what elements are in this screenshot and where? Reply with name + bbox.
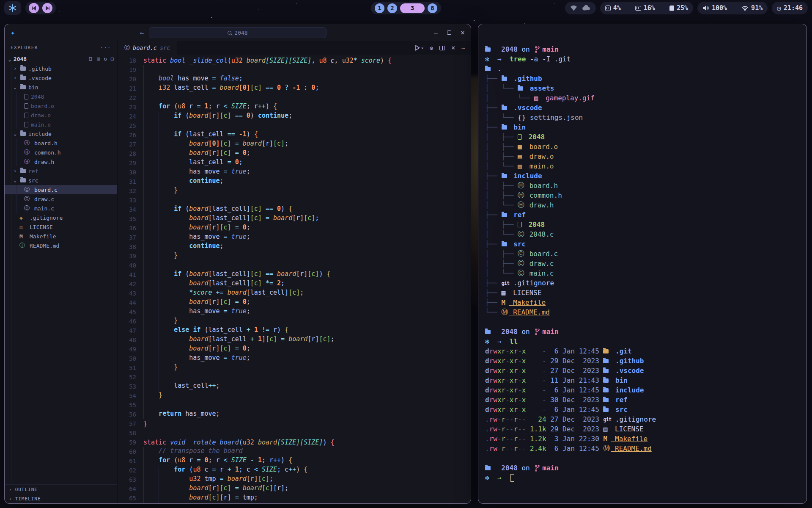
explorer-item-ref[interactable]: ›ref: [5, 166, 117, 176]
entry-name: draw.o: [525, 152, 554, 160]
tree-entry-drawh: │ └── Ⓗ draw.h: [485, 200, 801, 210]
code-line-31: 31continue;: [118, 177, 471, 186]
tree-entry-mainc: │ └── Ⓒ main.c: [485, 268, 801, 278]
explorer-item-drawc[interactable]: Ⓒdraw.c: [5, 194, 117, 204]
split-editor-icon[interactable]: [439, 46, 445, 50]
code-text: u32 tmp = board[r][c];: [143, 475, 273, 484]
code-text: static void _rotate_board(u32 board[SIZE…: [143, 439, 335, 446]
explorer-item-label: README.md: [30, 243, 59, 249]
code-line-61: 61for (u8 r = 0; r < SIZE - 1; r++) {: [118, 456, 471, 466]
code-text: }: [143, 251, 178, 261]
nav-back-icon[interactable]: ←: [140, 29, 144, 37]
line-number: 65: [118, 495, 136, 502]
workspace-2[interactable]: 2: [387, 3, 397, 13]
h-file-icon: Ⓗ: [518, 191, 525, 200]
run-button[interactable]: ∨: [414, 45, 423, 51]
workspace-3-active[interactable]: 3: [400, 3, 425, 13]
outline-section[interactable]: ›OUTLINE: [5, 485, 117, 494]
maximize-icon[interactable]: [447, 30, 451, 35]
entry-name: ref: [510, 211, 526, 219]
explorer-item-boardh[interactable]: Ⓗboard.h: [5, 138, 117, 148]
makefile-icon: M: [19, 233, 27, 240]
explorer-item-2048[interactable]: 2048: [5, 92, 117, 101]
line-number: 50: [118, 355, 136, 362]
new-file-icon[interactable]: 🗋: [88, 56, 93, 62]
explorer-item-vscode[interactable]: ›.vscode: [5, 73, 117, 83]
git-branch-icon: [535, 46, 540, 53]
code-text: board[0][c] = board[r][c];: [143, 140, 288, 149]
clock-module[interactable]: ◷21:46: [772, 2, 808, 14]
explorer-item-gitignore[interactable]: ◈.gitignore: [5, 213, 117, 222]
explorer-item-mainc[interactable]: Ⓒmain.c: [5, 204, 117, 213]
code-text: }: [143, 363, 178, 373]
close-icon[interactable]: ×: [461, 28, 465, 37]
image-icon: ▨: [534, 94, 542, 102]
editor-titlebar[interactable]: ✦ ← → 2048 — ×: [5, 24, 471, 41]
media-prev-button[interactable]: [29, 3, 39, 13]
ll-row-gitignore: .rw-r--r-- 24 27 Dec 2023 git .gitignore: [485, 414, 801, 424]
explorer-item-label: board.o: [31, 103, 54, 109]
cpu-icon: [605, 6, 611, 11]
terminal-cursor[interactable]: [510, 474, 514, 482]
explorer-item-drawo[interactable]: draw.o: [5, 110, 117, 120]
collapse-all-icon[interactable]: ⊟: [111, 56, 114, 62]
explorer-item-boardo[interactable]: board.o: [5, 101, 117, 110]
workspace-1[interactable]: 1: [375, 3, 384, 13]
explorer-item-include[interactable]: ⌄include: [5, 129, 117, 138]
explorer-item-github[interactable]: ›.github: [5, 64, 117, 73]
h-file-icon: Ⓗ: [24, 149, 32, 156]
explorer-item-drawh[interactable]: Ⓗdraw.h: [5, 157, 117, 166]
minimize-icon[interactable]: —: [434, 29, 437, 36]
code-text: [143, 196, 174, 205]
code-line-59: 59static void _rotate_board(u32 board[SI…: [118, 438, 471, 447]
close-editor-icon[interactable]: ×: [451, 44, 455, 52]
code-text: last_cell++;: [143, 382, 220, 391]
network-weather-module[interactable]: [565, 2, 596, 14]
workspace-8[interactable]: 8: [428, 3, 437, 13]
explorer-root-row[interactable]: ⌄ 2048 🗋 ⊞ ↻ ⊟: [5, 54, 117, 64]
audio-network-module[interactable]: 100% 91%: [697, 2, 768, 14]
explorer-item-label: main.o: [31, 121, 51, 128]
code-line-43: 43*score += board[last_cell][c];: [118, 289, 471, 298]
explorer-item-src[interactable]: ⌄src: [5, 176, 117, 185]
terminal-window[interactable]: 2048 on main✻ → tree -a -I .git .├── .gi…: [478, 24, 807, 504]
line-number: 51: [118, 364, 136, 371]
settings-gear-icon[interactable]: ⚙: [430, 45, 433, 51]
code-text: board[last_cell][c] *= 2;: [143, 279, 285, 289]
entry-name: assets: [526, 84, 554, 92]
explorer-item-readmemd[interactable]: ⓘREADME.md: [5, 241, 117, 250]
entry-name: board.h: [525, 182, 558, 190]
refresh-icon[interactable]: ↻: [104, 56, 107, 62]
cloud-icon: [582, 5, 591, 11]
entry-name: src: [510, 240, 526, 248]
explorer-item-makefile[interactable]: MMakefile: [5, 232, 117, 241]
os-menu-button[interactable]: [4, 1, 21, 15]
tree-entry-2048c: │ └── Ⓒ 2048.c: [485, 229, 801, 239]
explorer-item-boardc[interactable]: Ⓒboard.c: [5, 185, 117, 194]
timeline-section[interactable]: ›TIMELINE: [5, 494, 117, 503]
ram-icon: [635, 6, 641, 11]
explorer-item-commonh[interactable]: Ⓗcommon.h: [5, 148, 117, 157]
line-number: 19: [118, 66, 136, 73]
code-text: has_move = true;: [143, 168, 250, 177]
explorer-more-icon[interactable]: ···: [100, 45, 111, 50]
more-actions-icon[interactable]: ⋯: [461, 45, 465, 51]
code-area[interactable]: 18static bool _slide_col(u32 board[SIZE]…: [118, 55, 471, 503]
code-line-46: 46}: [118, 317, 471, 326]
new-folder-icon[interactable]: ⊞: [97, 56, 100, 62]
explorer-item-license[interactable]: ⚖LICENSE: [5, 222, 117, 232]
nix-snowflake-icon: [8, 4, 17, 12]
folder-icon: [20, 76, 26, 80]
line-number: 42: [118, 281, 136, 287]
system-monitor-module[interactable]: 4% 16% 25%: [600, 2, 693, 14]
editor-tabbar: Ⓒ board.c src ∨ ⚙ × ⋯: [118, 41, 471, 55]
object-file-icon: ▦: [518, 143, 525, 151]
chevron-right-icon: ›: [14, 168, 18, 174]
media-next-button[interactable]: [42, 3, 52, 13]
explorer-item-bin[interactable]: ⌄bin: [5, 83, 117, 92]
tab-board-c[interactable]: Ⓒ board.c src: [118, 41, 177, 55]
entry-name: draw.h: [525, 201, 554, 209]
code-line-57: 57}: [118, 419, 471, 428]
explorer-item-maino[interactable]: main.o: [5, 120, 117, 129]
command-center-search[interactable]: 2048: [149, 27, 326, 38]
